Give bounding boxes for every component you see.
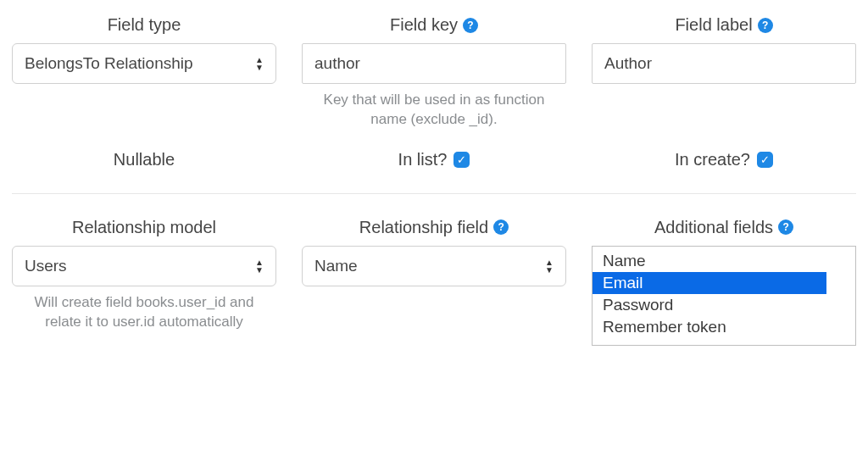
additional-fields-option[interactable]: Password (593, 294, 855, 316)
additional-fields-option[interactable]: Name (593, 250, 855, 272)
relationship-model-value: Users (25, 257, 67, 275)
field-label-input[interactable]: Author (592, 43, 856, 84)
field-key-value: author (314, 54, 360, 73)
field-label-label: Field label ? (675, 15, 772, 35)
in-create-label: In create? (675, 150, 750, 169)
field-key-input[interactable]: author (302, 43, 566, 84)
additional-fields-option[interactable]: Remember token (593, 316, 855, 338)
in-list-label: In list? (398, 150, 448, 169)
additional-fields-listbox[interactable]: NameEmailPasswordRemember token (592, 246, 856, 346)
chevron-updown-icon (255, 259, 264, 273)
in-list-option[interactable]: In list? ✓ (302, 150, 566, 169)
field-label-value: Author (604, 54, 652, 73)
relationship-model-select[interactable]: Users (12, 246, 276, 286)
field-key-label: Field key ? (390, 15, 478, 35)
nullable-option[interactable]: Nullable (12, 150, 276, 169)
help-icon[interactable]: ? (493, 219, 509, 235)
nullable-label: Nullable (114, 150, 175, 169)
field-type-label: Field type (108, 15, 181, 35)
field-type-value: BelongsTo Relationship (25, 54, 193, 73)
help-icon[interactable]: ? (778, 219, 793, 235)
chevron-updown-icon (255, 57, 264, 70)
in-create-checkbox[interactable]: ✓ (757, 152, 773, 168)
relationship-model-label-text: Relationship model (72, 218, 216, 237)
field-type-select[interactable]: BelongsTo Relationship (12, 43, 276, 84)
relationship-model-helper: Will create field books.user_id and rela… (17, 293, 271, 332)
field-label-label-text: Field label (675, 15, 752, 35)
relationship-model-label: Relationship model (72, 218, 216, 237)
help-icon[interactable]: ? (758, 18, 773, 33)
additional-fields-option[interactable]: Email (593, 272, 826, 294)
divider (12, 193, 856, 194)
in-list-checkbox[interactable]: ✓ (453, 152, 470, 168)
relationship-field-select[interactable]: Name (302, 246, 566, 286)
field-key-helper: Key that will be used in as function nam… (307, 91, 561, 130)
field-key-label-text: Field key (390, 15, 458, 35)
relationship-field-label: Relationship field ? (359, 218, 509, 237)
additional-fields-label-text: Additional fields (654, 218, 773, 237)
field-type-label-text: Field type (108, 15, 181, 35)
additional-fields-label: Additional fields ? (654, 218, 793, 237)
chevron-updown-icon (545, 259, 554, 273)
relationship-field-label-text: Relationship field (359, 218, 488, 237)
help-icon[interactable]: ? (463, 18, 478, 33)
relationship-field-value: Name (314, 257, 358, 275)
in-create-option[interactable]: In create? ✓ (592, 150, 856, 169)
